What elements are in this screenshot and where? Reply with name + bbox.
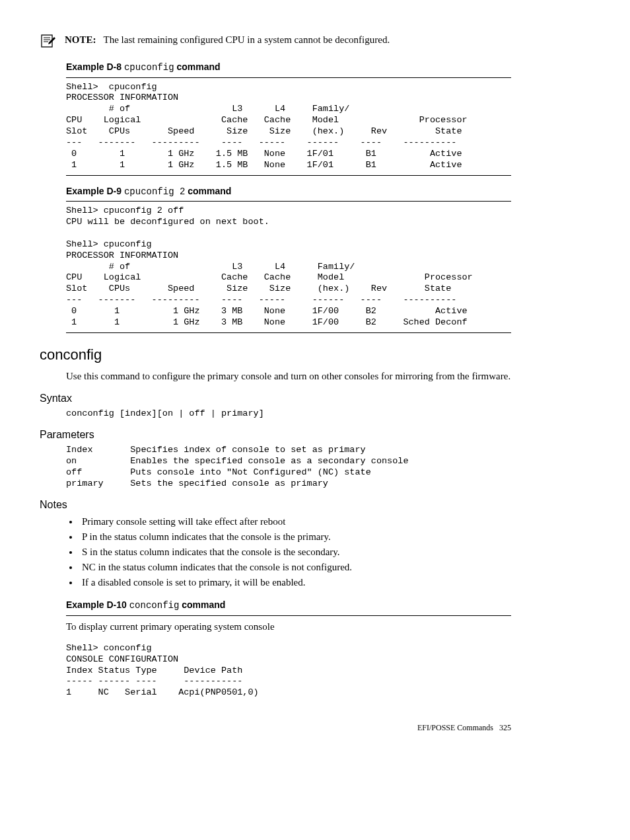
rule xyxy=(66,175,511,176)
example-d10-code: Shell> conconfig CONSOLE CONFIGURATION I… xyxy=(66,643,511,699)
conconfig-description: Use this command to configure the primar… xyxy=(66,369,511,383)
parameters-code: Index Specifies index of console to set … xyxy=(66,445,511,490)
syntax-title: Syntax xyxy=(40,391,511,406)
example-d10-heading: Example D-10 conconfig command xyxy=(66,599,511,613)
example-d9-code: Shell> cpuconfig 2 off CPU will be decon… xyxy=(66,206,511,328)
rule xyxy=(66,77,511,78)
list-item: S in the status column indicates that th… xyxy=(79,545,511,559)
list-item: Primary console setting will take effect… xyxy=(79,515,511,529)
notes-title: Notes xyxy=(40,498,511,512)
note-icon xyxy=(40,33,55,49)
example-d10-intro: To display current primary operating sys… xyxy=(66,620,511,634)
notes-list: Primary console setting will take effect… xyxy=(79,515,511,590)
note-label: NOTE: xyxy=(65,34,96,45)
footer-page: 325 xyxy=(499,723,511,732)
example-d8-code: Shell> cpuconfig PROCESSOR INFORMATION #… xyxy=(66,82,511,171)
list-item: NC in the status column indicates that t… xyxy=(79,560,511,574)
list-item: If a disabled console is set to primary,… xyxy=(79,576,511,590)
syntax-code: conconfig [index][on | off | primary] xyxy=(66,408,511,420)
page-footer: EFI/POSSE Commands 325 xyxy=(40,722,511,734)
example-d9-heading: Example D-9 cpuconfig 2 command xyxy=(66,185,511,199)
list-item: P in the status column indicates that th… xyxy=(79,530,511,544)
parameters-title: Parameters xyxy=(40,428,511,442)
example-d8-heading: Example D-8 cpuconfig command xyxy=(66,61,511,75)
note-block: NOTE: The last remaining configured CPU … xyxy=(40,33,511,49)
rule xyxy=(66,615,511,616)
footer-text: EFI/POSSE Commands xyxy=(417,723,493,732)
conconfig-title: conconfig xyxy=(40,345,511,365)
note-text: NOTE: The last remaining configured CPU … xyxy=(65,33,511,47)
rule xyxy=(66,332,511,333)
note-content: The last remaining configured CPU in a s… xyxy=(104,34,390,45)
rule xyxy=(66,201,511,202)
